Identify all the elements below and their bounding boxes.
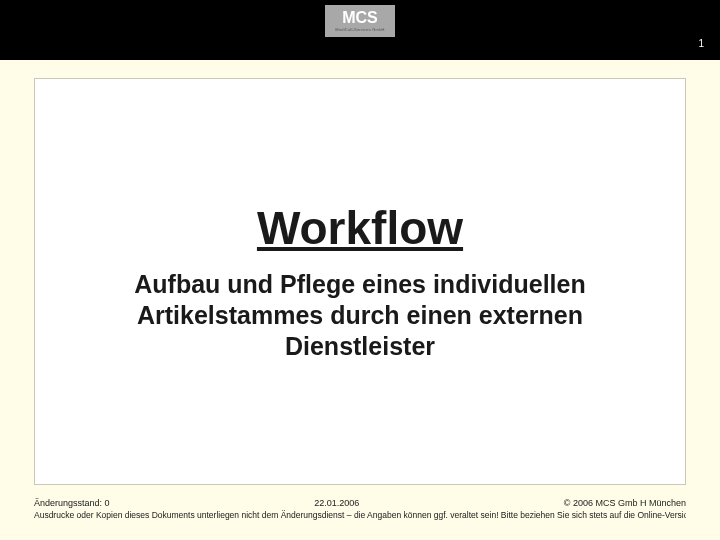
logo-text-main: MCS [342,10,378,26]
logo-text-sub: MediCall-Services GmbH [335,27,384,32]
mcs-logo: MCS MediCall-Services GmbH [325,5,395,37]
slide-subtitle: Aufbau und Pflege eines individuellen Ar… [80,269,640,363]
date-label: 22.01.2006 [314,498,359,508]
slide-title: Workflow [257,201,463,255]
footer-meta-row: Änderungsstand: 0 22.01.2006 © 2006 MCS … [34,498,686,508]
footer-disclaimer: Ausdrucke oder Kopien dieses Dokuments u… [34,510,686,520]
copyright-label: © 2006 MCS Gmb H München [564,498,686,508]
page-number: 1 [698,38,704,49]
header-bar: MCS MediCall-Services GmbH 1 [0,0,720,60]
content-panel: Workflow Aufbau und Pflege eines individ… [34,78,686,485]
revision-label: Änderungsstand: 0 [34,498,110,508]
